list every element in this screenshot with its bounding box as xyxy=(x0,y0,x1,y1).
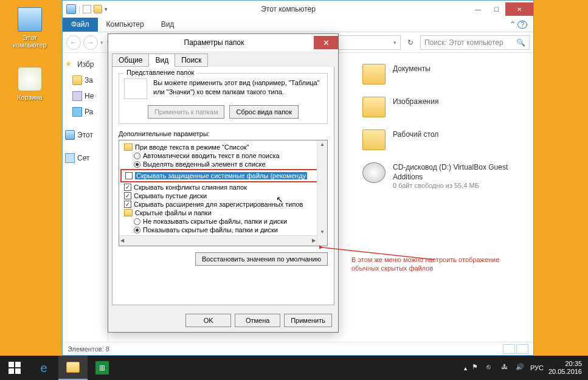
folder-views-group: Представление папок Вы можете применить … xyxy=(119,73,328,124)
tray-clock[interactable]: 20:35 20.05.2016 xyxy=(548,360,582,376)
taskbar-ie[interactable]: e xyxy=(29,356,58,380)
view-details-icon[interactable] xyxy=(503,344,515,354)
tree-radio-auto-type[interactable]: Автоматически вводить текст в поле поиск… xyxy=(120,151,326,160)
tree-check-hide-empty[interactable]: ✓Скрывать пустые диски xyxy=(120,192,326,200)
sidebar-downloads[interactable]: За xyxy=(64,72,106,88)
item-label: Рабочий стол xyxy=(393,130,438,139)
item-desktop[interactable]: Рабочий стол xyxy=(360,123,525,156)
tab-view[interactable]: Вид xyxy=(153,18,183,32)
folder-icon xyxy=(66,362,80,373)
ribbon-collapse-icon[interactable]: ⌃ ? xyxy=(503,18,533,32)
qat-properties-icon[interactable] xyxy=(83,5,91,13)
star-icon: ★ xyxy=(65,60,75,69)
item-label: Документы xyxy=(393,64,431,74)
tray-language[interactable]: РУС xyxy=(530,364,544,371)
tree-group-hidden-files: Скрытые файлы и папки xyxy=(120,209,326,217)
tray-date: 20.05.2016 xyxy=(548,368,582,376)
app-icon xyxy=(66,4,76,14)
item-cd-drive[interactable]: CD-дисковод (D:) VirtualBox Guest Additi… xyxy=(360,156,525,195)
tray-flag-icon[interactable]: ⚑ xyxy=(472,363,482,373)
desktop-icon xyxy=(72,107,82,117)
view-icons-icon[interactable] xyxy=(516,344,528,354)
qat-separator: | xyxy=(78,5,80,13)
desktop-icon-recycle-bin[interactable]: Корзина xyxy=(9,67,51,101)
dialog-close-button[interactable]: ✕ xyxy=(314,36,338,49)
sidebar-this-pc[interactable]: Этот xyxy=(64,127,106,143)
network-icon xyxy=(65,153,75,163)
tray-volume-icon[interactable]: 🔊 xyxy=(516,363,525,373)
nav-back-button[interactable]: ← xyxy=(66,35,81,50)
sidebar-desktop[interactable]: Ра xyxy=(64,104,106,120)
tray-devices-icon[interactable]: ⎋ xyxy=(486,363,496,373)
folder-icon xyxy=(362,130,386,150)
nav-history-dropdown[interactable]: ▾ xyxy=(100,40,103,46)
tree-group-list-typing: При вводе текста в режиме "Список" xyxy=(120,143,326,151)
recycle-bin-icon xyxy=(18,67,42,91)
taskbar-explorer[interactable] xyxy=(58,356,88,380)
folder-view-icon xyxy=(124,78,147,99)
folder-view-text: Вы можете применить этот вид (например, … xyxy=(153,78,322,97)
status-count: Элементов: 8 xyxy=(67,345,109,353)
maximize-button[interactable]: ☐ xyxy=(487,2,505,16)
minimize-button[interactable]: — xyxy=(469,2,487,16)
window-title: Этот компьютер xyxy=(108,5,469,13)
tree-check-hide-merge[interactable]: ✓Скрывать конфликты слияния папок xyxy=(120,183,326,192)
sidebar: ★Избр За Не Ра Этот Сет xyxy=(63,53,108,342)
advanced-settings-tree[interactable]: При вводе текста в режиме "Список" Автом… xyxy=(119,140,328,246)
annotation-text: В этом же меню можно настроить отображен… xyxy=(351,255,528,273)
refresh-button[interactable]: ↻ xyxy=(403,35,418,50)
close-button[interactable]: ✕ xyxy=(505,2,533,16)
apply-button[interactable]: Применить xyxy=(284,314,332,327)
search-placeholder: Поиск: Этот компьютер xyxy=(424,38,503,47)
dialog-tabs: Общие Вид Поиск xyxy=(108,51,338,67)
folder-icon xyxy=(124,143,133,151)
nav-forward-button[interactable]: → xyxy=(83,35,98,50)
item-sublabel: 0 байт свободно из 55,4 МБ xyxy=(393,182,522,189)
recent-icon xyxy=(72,91,82,101)
tab-computer[interactable]: Компьютер xyxy=(98,18,153,32)
tree-scrollbar-v[interactable] xyxy=(317,140,327,246)
folder-icon xyxy=(72,75,82,85)
apply-to-folders-button[interactable]: Применить к папкам xyxy=(148,105,225,119)
tree-radio-select-typed[interactable]: Выделять введенный элемент в списке xyxy=(120,160,326,168)
sidebar-network[interactable]: Сет xyxy=(64,150,106,166)
taskbar-store[interactable]: ⊞ xyxy=(88,356,117,380)
search-input[interactable]: Поиск: Этот компьютер 🔍 xyxy=(420,35,530,50)
tab-search[interactable]: Поиск xyxy=(175,54,208,67)
dialog-titlebar: Параметры папок ✕ xyxy=(108,34,338,51)
restore-defaults-button[interactable]: Восстановить значения по умолчанию xyxy=(195,252,328,266)
item-pictures[interactable]: Изображения xyxy=(360,91,525,123)
reset-folders-button[interactable]: Сброс вида папок xyxy=(229,105,299,119)
cancel-button[interactable]: Отмена xyxy=(235,314,280,327)
tree-scrollbar-h[interactable] xyxy=(119,235,317,246)
ok-button[interactable]: OK xyxy=(185,314,231,327)
radio-icon xyxy=(134,227,140,233)
tree-radio-show-hidden[interactable]: Показывать скрытые файлы, папки и диски xyxy=(120,226,326,234)
radio-icon xyxy=(134,218,140,225)
item-documents[interactable]: Документы xyxy=(360,58,525,91)
radio-icon xyxy=(134,161,140,168)
checkbox-icon xyxy=(125,172,133,179)
ribbon-tabs: Файл Компьютер Вид ⌃ ? xyxy=(63,18,533,32)
checkbox-icon: ✓ xyxy=(124,192,131,199)
tray-network-icon[interactable]: 🖧 xyxy=(501,363,511,373)
pc-icon xyxy=(65,130,75,140)
tab-general[interactable]: Общие xyxy=(112,54,149,67)
tray-time: 20:35 xyxy=(548,360,582,368)
tab-view[interactable]: Вид xyxy=(148,54,175,67)
radio-icon xyxy=(134,153,140,159)
sidebar-recent[interactable]: Не xyxy=(64,88,106,104)
tray-expand-icon[interactable]: ▴ xyxy=(464,365,467,371)
tab-file[interactable]: Файл xyxy=(63,18,98,32)
start-button[interactable] xyxy=(0,356,29,380)
desktop-icon-this-pc[interactable]: Этот компьютер xyxy=(9,7,51,49)
tree-highlight-hide-protected[interactable]: Скрывать защищенные системные файлы (рек… xyxy=(120,169,326,182)
sidebar-favorites[interactable]: ★Избр xyxy=(64,57,106,72)
address-dropdown-icon[interactable]: ▾ xyxy=(393,40,396,46)
qat-newfolder-icon[interactable] xyxy=(94,5,102,13)
tree-check-hide-ext[interactable]: ✓Скрывать расширения для зарегистрирован… xyxy=(120,200,326,209)
status-bar: Элементов: 8 xyxy=(63,342,533,355)
advanced-label: Дополнительные параметры: xyxy=(119,130,328,137)
tree-radio-dont-show-hidden[interactable]: Не показывать скрытые файлы, папки и дис… xyxy=(120,217,326,226)
folder-icon xyxy=(124,209,133,216)
